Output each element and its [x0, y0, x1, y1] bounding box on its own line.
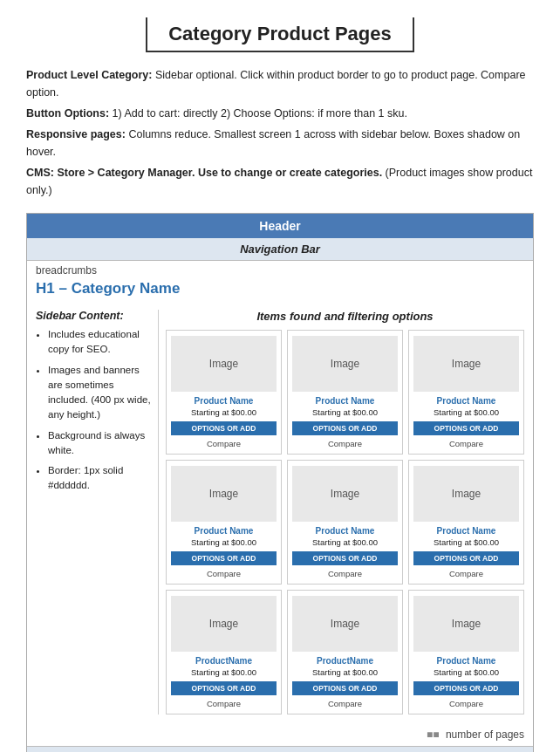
main-content: Items found and filtering options Image …	[158, 310, 524, 714]
product-card: Image Product Name Starting at $00.00 OP…	[166, 460, 282, 585]
category-heading: H1 – Category Name	[27, 278, 533, 303]
product-grid: Image Product Name Starting at $00.00 OP…	[166, 330, 524, 714]
desc-bold-4: CMS: Store > Category Manager. Use to ch…	[26, 167, 382, 179]
breadcrumb: breadcrumbs	[27, 261, 533, 278]
page-title-wrapper: Category Product Pages	[26, 17, 534, 52]
desc-line2: Button Options: 1) Add to cart: directly…	[26, 105, 534, 122]
product-image: Image	[413, 466, 519, 522]
compare-link[interactable]: Compare	[413, 699, 519, 708]
compare-link[interactable]: Compare	[171, 439, 277, 448]
product-card: Image ProductName Starting at $00.00 OPT…	[166, 590, 282, 714]
product-price: Starting at $00.00	[292, 667, 398, 677]
layout-frame: Header Navigation Bar breadcrumbs H1 – C…	[26, 213, 534, 752]
product-price: Starting at $00.00	[413, 667, 519, 677]
sidebar-list: Includes educational copy for SEO. Image…	[36, 327, 151, 494]
description-block: Product Level Category: Sidebar optional…	[26, 66, 534, 199]
product-price: Starting at $00.00	[171, 537, 277, 547]
options-or-add-button[interactable]: OPTIONS OR ADD	[171, 681, 277, 695]
desc-line1: Product Level Category: Sidebar optional…	[26, 66, 534, 101]
product-image: Image	[413, 336, 519, 392]
product-image: Image	[413, 596, 519, 652]
nav-bar: Navigation Bar	[27, 238, 533, 261]
product-name[interactable]: Product Name	[171, 396, 277, 406]
options-or-add-button[interactable]: OPTIONS OR ADD	[292, 551, 398, 565]
product-card: Image Product Name Starting at $00.00 OP…	[408, 590, 524, 714]
product-name[interactable]: Product Name	[413, 526, 519, 536]
product-name[interactable]: ProductName	[292, 656, 398, 666]
desc-bold-1: Product Level Category:	[26, 69, 152, 81]
compare-link[interactable]: Compare	[413, 439, 519, 448]
compare-link[interactable]: Compare	[413, 569, 519, 578]
product-price: Starting at $00.00	[292, 537, 398, 547]
product-price: Starting at $00.00	[413, 407, 519, 417]
desc-text-2: 1) Add to cart: directly 2) Choose Optio…	[109, 107, 407, 120]
compare-link[interactable]: Compare	[292, 569, 398, 578]
pagination-icon: ■■	[427, 728, 440, 741]
options-or-add-button[interactable]: OPTIONS OR ADD	[292, 681, 398, 695]
product-price: Starting at $00.00	[171, 407, 277, 417]
product-card: Image ProductName Starting at $00.00 OPT…	[287, 590, 403, 714]
desc-line4: CMS: Store > Category Manager. Use to ch…	[26, 164, 534, 199]
sidebar-item: Includes educational copy for SEO.	[48, 327, 151, 358]
product-card: Image Product Name Starting at $00.00 OP…	[408, 330, 524, 455]
product-image: Image	[292, 336, 398, 392]
options-or-add-button[interactable]: OPTIONS OR ADD	[413, 421, 519, 435]
sidebar-item: Border: 1px solid #dddddd.	[48, 463, 151, 494]
product-name[interactable]: Product Name	[292, 396, 398, 406]
product-card: Image Product Name Starting at $00.00 OP…	[408, 460, 524, 585]
options-or-add-button[interactable]: OPTIONS OR ADD	[413, 681, 519, 695]
desc-line3: Responsive pages: Columns reduce. Smalle…	[26, 126, 534, 161]
product-price: Starting at $00.00	[171, 667, 277, 677]
product-image: Image	[292, 596, 398, 652]
compare-link[interactable]: Compare	[171, 699, 277, 708]
sidebar-item: Background is always white.	[48, 428, 151, 459]
product-card: Image Product Name Starting at $00.00 OP…	[287, 330, 403, 455]
product-card: Image Product Name Starting at $00.00 OP…	[287, 460, 403, 585]
sidebar-item: Images and banners are sometimes include…	[48, 363, 151, 423]
compare-link[interactable]: Compare	[292, 699, 398, 708]
product-name[interactable]: Product Name	[413, 396, 519, 406]
options-or-add-button[interactable]: OPTIONS OR ADD	[292, 421, 398, 435]
product-image: Image	[171, 336, 277, 392]
content-area: Sidebar Content: Includes educational co…	[27, 303, 533, 721]
sidebar-title: Sidebar Content:	[36, 310, 151, 322]
product-image: Image	[171, 466, 277, 522]
product-price: Starting at $00.00	[292, 407, 398, 417]
page-title: Category Product Pages	[146, 17, 414, 52]
product-image: Image	[171, 596, 277, 652]
header-bar: Header	[27, 214, 533, 238]
footer-bar: Footer	[27, 746, 533, 752]
product-name[interactable]: Product Name	[413, 656, 519, 666]
filtering-header: Items found and filtering options	[166, 310, 524, 323]
options-or-add-button[interactable]: OPTIONS OR ADD	[171, 551, 277, 565]
compare-link[interactable]: Compare	[292, 439, 398, 448]
product-name[interactable]: Product Name	[171, 526, 277, 536]
pagination-row: ■■ number of pages	[27, 721, 533, 746]
product-image: Image	[292, 466, 398, 522]
options-or-add-button[interactable]: OPTIONS OR ADD	[171, 421, 277, 435]
options-or-add-button[interactable]: OPTIONS OR ADD	[413, 551, 519, 565]
product-name[interactable]: ProductName	[171, 656, 277, 666]
desc-bold-3: Responsive pages:	[26, 128, 126, 140]
compare-link[interactable]: Compare	[171, 569, 277, 578]
product-card: Image Product Name Starting at $00.00 OP…	[166, 330, 282, 455]
sidebar: Sidebar Content: Includes educational co…	[36, 310, 158, 714]
product-name[interactable]: Product Name	[292, 526, 398, 536]
product-price: Starting at $00.00	[413, 537, 519, 547]
pagination-label[interactable]: number of pages	[446, 728, 524, 741]
desc-bold-2: Button Options:	[26, 107, 109, 120]
